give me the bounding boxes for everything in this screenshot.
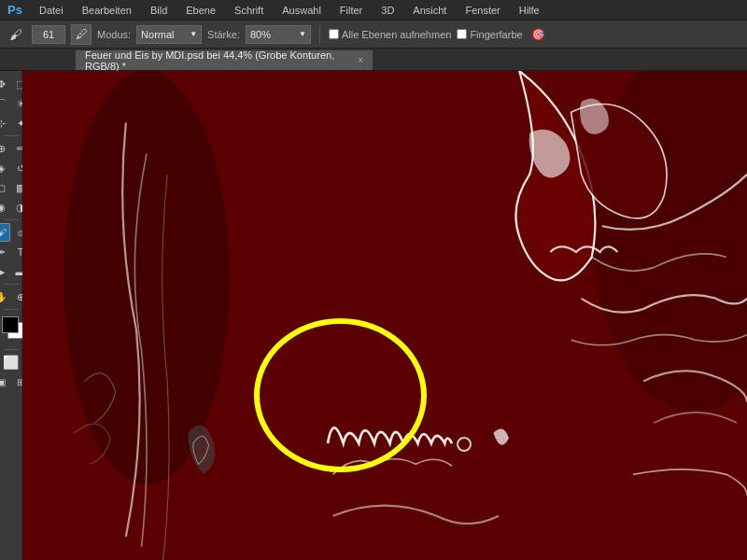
path-select-tool[interactable]: ▶ [0,262,10,281]
alle-ebenen-checkbox[interactable] [329,29,339,39]
move-tool[interactable]: ✥ [0,75,10,93]
screen-mode-icon[interactable]: ▣ [0,372,10,391]
modus-label: Modus: [97,29,131,40]
document-tab[interactable]: Feuer und Eis by MDI.psd bei 44,4% (Grob… [75,49,374,70]
menu-hilfe[interactable]: Hilfe [515,3,543,18]
tab-title: Feuer und Eis by MDI.psd bei 44,4% (Grob… [85,49,352,72]
svg-point-2 [592,71,747,413]
tab-close-button[interactable]: × [358,55,363,65]
menu-ansicht[interactable]: Ansicht [409,3,450,18]
lasso-tool[interactable]: ⌒ [0,94,10,113]
tool-sep-1 [4,135,19,136]
menu-schrift[interactable]: Schrift [231,3,267,18]
menu-datei[interactable]: Datei [35,3,67,18]
brush-cursor [457,437,472,452]
tool-sep-5 [4,349,19,350]
brush-preset-icon[interactable]: 🖊 [71,24,92,45]
smudge-tool[interactable]: 🖌 [0,223,10,242]
eraser-tool[interactable]: ◻ [0,178,10,197]
stamp-tool[interactable]: ◈ [0,159,10,177]
fingerfarbe-label: Fingerfarbe [470,29,522,40]
tool-sep-3 [4,284,19,285]
fingerfarbe-checkbox-label[interactable]: Fingerfarbe [457,29,522,40]
left-toolbar: ✥ ⬚ ⌒ ✳ ⊹ ✦ ⊕ ✏ ◈ ↺ ◻ ▦ ◉ ◑ 🖌 [0,71,22,560]
menu-bearbeiten[interactable]: Bearbeiten [78,3,135,18]
ps-logo: Ps [6,1,24,20]
fingerfarbe-checkbox[interactable] [457,29,467,39]
menu-3d[interactable]: 3D [377,3,398,18]
menu-bild[interactable]: Bild [147,3,171,18]
hand-tool[interactable]: ✋ [0,287,10,306]
svg-rect-0 [22,71,747,560]
blur-tool[interactable]: ◉ [0,198,10,217]
menu-auswahl[interactable]: Auswahl [278,3,325,18]
crop-tool[interactable]: ⊹ [0,114,10,133]
staerke-dropdown[interactable]: 80% [246,25,311,44]
staerke-label: Stärke: [207,29,240,40]
tab-bar: Feuer und Eis by MDI.psd bei 44,4% (Grob… [0,49,747,71]
menu-filter[interactable]: Filter [336,3,366,18]
menu-bar: Ps Datei Bearbeiten Bild Ebene Schrift A… [0,0,747,21]
brush-tool-icon[interactable]: 🖌 [6,24,26,45]
menu-fenster[interactable]: Fenster [461,3,503,18]
canvas-area[interactable] [22,71,747,560]
brush-size-input[interactable]: 61 [32,25,65,44]
foreground-color-swatch[interactable] [2,316,19,333]
spot-heal-tool[interactable]: ⊕ [0,139,10,158]
tool-sep-4 [4,309,19,310]
main-layout: ✥ ⬚ ⌒ ✳ ⊹ ✦ ⊕ ✏ ◈ ↺ ◻ ▦ ◉ ◑ 🖌 [0,71,747,560]
options-bar: 🖌 61 🖊 Modus: Normal Stärke: 80% Alle Eb… [0,21,747,49]
pressure-icon[interactable]: 🎯 [529,24,549,45]
alle-ebenen-checkbox-label[interactable]: Alle Ebenen aufnehmen [329,29,451,40]
quick-mask-icon[interactable]: ⬜ [2,353,21,371]
sep1 [319,25,320,44]
alle-ebenen-label: Alle Ebenen aufnehmen [342,29,451,40]
modus-dropdown[interactable]: Normal [136,25,202,44]
tool-row-12: ⬜ [2,353,21,371]
image-canvas [22,71,747,560]
tool-sep-2 [4,219,19,220]
svg-point-1 [63,71,229,484]
image-svg [22,71,747,560]
menu-ebene[interactable]: Ebene [182,3,219,18]
annotation-circle [254,318,427,472]
pen-tool[interactable]: ✒ [0,243,10,261]
